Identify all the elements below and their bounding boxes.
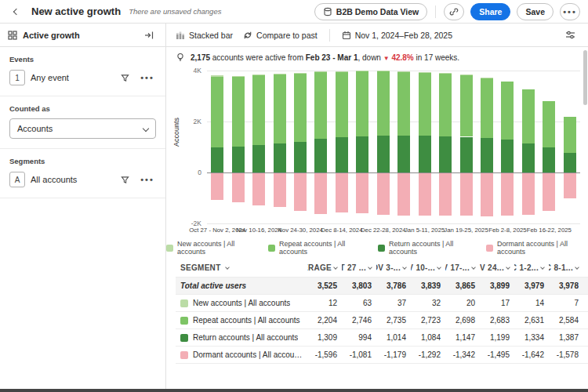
cell-value: 2,723	[411, 316, 445, 325]
segment-more-button[interactable]: •••	[139, 171, 156, 188]
bar-segment-1[interactable]	[274, 74, 286, 143]
bar-segment-3[interactable]	[481, 173, 493, 216]
bar-segment-1[interactable]	[564, 117, 576, 153]
save-button[interactable]: Save	[517, 3, 554, 20]
bar-segment-0[interactable]	[211, 75, 223, 77]
column-header[interactable]: DEC 1-2...	[514, 263, 549, 272]
column-header[interactable]: SEGMENT	[176, 263, 307, 272]
bar-segment-3[interactable]	[356, 173, 368, 213]
compare-to-past-button[interactable]: Compare to past	[243, 31, 318, 40]
bar-segment-3[interactable]	[543, 173, 555, 211]
bar-segment-3[interactable]	[460, 173, 473, 216]
event-filter-button[interactable]	[116, 69, 133, 86]
bar-segment-1[interactable]	[211, 77, 223, 147]
bar-segment-0[interactable]	[274, 74, 286, 74]
bar-segment-0[interactable]	[252, 74, 265, 75]
bar-segment-3[interactable]	[314, 173, 327, 214]
segment-cell[interactable]: Repeat accounts | All accounts	[176, 316, 307, 325]
column-header[interactable]: NOV 24...	[480, 263, 514, 272]
bar-segment-1[interactable]	[460, 74, 473, 136]
counted-as-select[interactable]: Accounts	[9, 118, 156, 139]
event-item[interactable]: 1 Any event •••	[0, 67, 165, 96]
legend-item[interactable]: Return accounts | All accounts	[378, 240, 474, 256]
collapse-panel-button[interactable]	[140, 27, 158, 44]
bar-segment-3[interactable]	[211, 173, 223, 200]
bar-segment-2[interactable]	[564, 153, 576, 172]
segment-cell[interactable]: Dormant accounts | All accounts	[176, 350, 307, 359]
bar-segment-2[interactable]	[232, 147, 245, 172]
more-actions-button[interactable]: •••	[560, 3, 580, 20]
column-header[interactable]: NOV 3-...	[376, 263, 411, 272]
column-header[interactable]: AVERAGE	[307, 263, 342, 272]
bar-segment-1[interactable]	[336, 71, 348, 137]
view-settings-button[interactable]	[561, 27, 579, 44]
bar-segment-3[interactable]	[522, 173, 535, 215]
bar-segment-1[interactable]	[419, 72, 431, 136]
bar-segment-1[interactable]	[501, 82, 514, 140]
bar-segment-2[interactable]	[501, 140, 514, 172]
bar-segment-3[interactable]	[501, 173, 514, 216]
bar-segment-3[interactable]	[252, 173, 265, 205]
bar-segment-3[interactable]	[419, 173, 431, 216]
bar-segment-1[interactable]	[294, 74, 307, 142]
bar-segment-1[interactable]	[232, 77, 245, 147]
bar-segment-2[interactable]	[419, 136, 431, 172]
topbar-divider	[435, 5, 436, 18]
bar-segment-2[interactable]	[543, 147, 555, 172]
bar-segment-1[interactable]	[481, 78, 493, 138]
column-header[interactable]: DEC 8-1...	[549, 263, 583, 272]
vertical-scrollbar-thumb[interactable]	[583, 50, 587, 105]
bar-segment-3[interactable]	[439, 173, 452, 216]
bar-segment-1[interactable]	[522, 89, 535, 143]
grid-icon	[8, 31, 17, 40]
bar-segment-1[interactable]	[397, 71, 410, 136]
bar-segment-2[interactable]	[481, 138, 493, 172]
bar-segment-0[interactable]	[232, 76, 245, 77]
bar-segment-1[interactable]	[252, 75, 265, 144]
bar-segment-0[interactable]	[294, 73, 307, 74]
bar-segment-2[interactable]	[211, 147, 223, 172]
column-header[interactable]: NOV 17-...	[445, 263, 480, 272]
bar-segment-3[interactable]	[397, 173, 410, 216]
bar-segment-3[interactable]	[377, 173, 390, 215]
bar-segment-2[interactable]	[439, 136, 452, 172]
bar-segment-3[interactable]	[294, 173, 307, 211]
share-button[interactable]: Share	[470, 3, 510, 20]
bar-segment-2[interactable]	[377, 136, 390, 172]
bar-segment-2[interactable]	[294, 142, 307, 172]
bar-segment-2[interactable]	[336, 137, 348, 172]
bar-segment-1[interactable]	[543, 101, 555, 147]
event-more-button[interactable]: •••	[139, 69, 156, 86]
bar-segment-3[interactable]	[232, 173, 245, 202]
bar-segment-1[interactable]	[314, 71, 327, 139]
data-view-button[interactable]: B2B Demo Data View	[314, 3, 427, 20]
bar-segment-2[interactable]	[314, 139, 327, 172]
segment-filter-button[interactable]	[116, 171, 133, 188]
bar-segment-3[interactable]	[336, 173, 348, 212]
bar-segment-3[interactable]	[274, 173, 286, 207]
segment-item[interactable]: A All accounts •••	[0, 169, 165, 198]
bar-segment-2[interactable]	[356, 136, 368, 172]
column-header[interactable]: OCT 27 ...	[342, 263, 376, 272]
bar-segment-2[interactable]	[397, 136, 410, 172]
back-button[interactable]	[8, 3, 25, 20]
legend-item[interactable]: New accounts | All accounts	[166, 240, 256, 256]
chart-type-selector[interactable]: Stacked bar	[176, 31, 233, 40]
bar-segment-2[interactable]	[252, 145, 265, 172]
bar-segment-2[interactable]	[274, 143, 286, 172]
bar-segment-1[interactable]	[439, 73, 452, 136]
segment-cell[interactable]: Return accounts | All accounts	[176, 333, 307, 342]
cell-value: 2,584	[549, 316, 583, 325]
segment-cell[interactable]: New accounts | All accounts	[176, 299, 307, 307]
bar-segment-3[interactable]	[564, 173, 576, 198]
bar-segment-1[interactable]	[377, 71, 390, 136]
legend-item[interactable]: Repeat accounts | All accounts	[268, 240, 366, 256]
legend-item[interactable]: Dormant accounts | All accounts	[486, 240, 588, 256]
date-range-picker[interactable]: Nov 1, 2024–Feb 28, 2025	[342, 31, 452, 40]
bar-segment-2[interactable]	[460, 137, 473, 173]
bar-segment-1[interactable]	[356, 71, 368, 136]
segment-cell[interactable]: Total active users	[176, 281, 307, 290]
column-header[interactable]: NOV 10-...	[411, 263, 445, 272]
bar-segment-2[interactable]	[522, 143, 535, 172]
copy-link-button[interactable]	[444, 3, 464, 20]
